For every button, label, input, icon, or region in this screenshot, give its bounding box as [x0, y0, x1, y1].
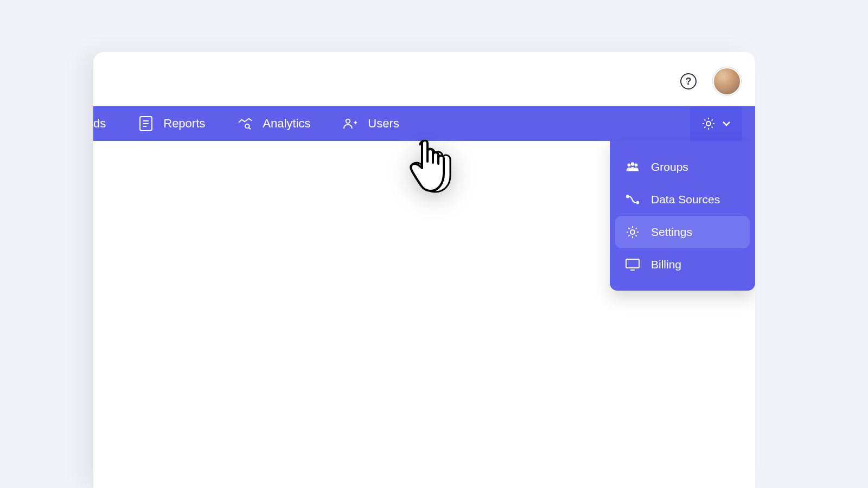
settings-dropdown: Groups Data Sources: [610, 141, 755, 291]
users-icon: [343, 116, 358, 131]
data-sources-icon: [625, 192, 640, 207]
user-avatar[interactable]: [714, 68, 740, 94]
dropdown-item-data-sources[interactable]: Data Sources: [615, 183, 750, 216]
nav-item-analytics[interactable]: Analytics: [221, 106, 327, 141]
nav-item-reports[interactable]: Reports: [122, 106, 221, 141]
dropdown-item-label: Data Sources: [651, 193, 720, 206]
dropdown-item-settings[interactable]: Settings: [615, 216, 750, 248]
nav-item-label: Analytics: [263, 117, 310, 131]
chevron-down-icon: [722, 120, 731, 127]
settings-menu-trigger[interactable]: [690, 106, 742, 141]
svg-rect-16: [626, 259, 639, 268]
dropdown-item-label: Settings: [651, 226, 692, 239]
nav-item-label: ds: [93, 117, 106, 131]
svg-point-14: [636, 201, 640, 204]
svg-point-10: [628, 163, 631, 166]
svg-point-6: [346, 119, 350, 123]
app-window: ? ds Reports: [93, 52, 755, 488]
dropdown-item-label: Billing: [651, 258, 681, 271]
svg-point-13: [626, 195, 629, 198]
svg-point-11: [631, 162, 635, 166]
settings-icon: [625, 224, 640, 240]
top-bar: ?: [93, 52, 755, 106]
svg-point-12: [635, 163, 638, 166]
svg-point-9: [706, 121, 711, 126]
billing-icon: [625, 257, 640, 272]
reports-icon: [138, 116, 154, 131]
help-button[interactable]: ?: [680, 73, 697, 89]
top-bar-actions: ?: [680, 68, 740, 94]
nav-item-dashboards[interactable]: ds: [93, 106, 122, 141]
nav-item-label: Reports: [163, 117, 205, 131]
svg-point-4: [245, 124, 249, 128]
dropdown-item-billing[interactable]: Billing: [615, 248, 750, 281]
gear-icon: [701, 116, 716, 131]
help-icon: ?: [686, 76, 692, 87]
dropdown-item-groups[interactable]: Groups: [615, 151, 750, 183]
primary-nav: ds Reports Analytics: [93, 106, 755, 141]
nav-item-label: Users: [368, 117, 399, 131]
svg-point-15: [630, 230, 635, 234]
svg-line-5: [249, 127, 251, 129]
analytics-icon: [238, 116, 253, 131]
nav-item-users[interactable]: Users: [327, 106, 415, 141]
dropdown-item-label: Groups: [651, 160, 688, 174]
groups-icon: [625, 159, 640, 175]
